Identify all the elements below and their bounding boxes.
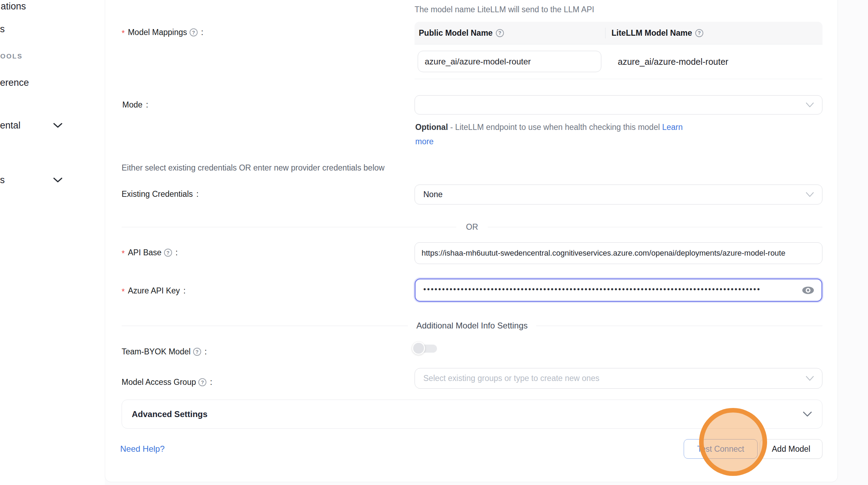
sidebar-section-tools: TOOLS <box>0 53 23 60</box>
azure-api-key-input[interactable]: ••••••••••••••••••••••••••••••••••••••••… <box>415 278 822 302</box>
column-divider <box>605 28 606 39</box>
help-icon[interactable]: ? <box>695 29 703 37</box>
divider-line <box>488 227 822 227</box>
model-mappings-label-row: * Model Mappings ? : <box>122 28 203 37</box>
sidebar-item-truncated-3[interactable]: erence <box>0 77 29 88</box>
help-icon[interactable]: ? <box>190 28 198 36</box>
model-mappings-table: Public Model Name ? LiteLLM Model Name ?… <box>415 22 822 79</box>
model-access-group-placeholder: Select existing groups or type to create… <box>423 374 599 383</box>
label-colon: : <box>183 286 185 296</box>
column-header-public-model-name: Public Model Name ? <box>415 28 605 38</box>
litellm-model-name-hint: The model name LiteLLM will send to the … <box>415 5 594 14</box>
label-colon: : <box>201 28 203 37</box>
required-asterisk: * <box>122 249 125 258</box>
existing-credentials-label: Existing Credentials <box>122 189 193 199</box>
sidebar-item-truncated-4[interactable]: ental <box>0 120 21 131</box>
learn-more-word: more <box>415 137 433 146</box>
add-model-button[interactable]: Add Model <box>760 439 822 459</box>
public-model-name-input[interactable]: azure_ai/azure-model-router <box>418 51 601 72</box>
help-icon[interactable]: ? <box>164 249 172 257</box>
chevron-down-icon <box>805 191 815 198</box>
column-header-label: LiteLLM Model Name <box>611 28 692 38</box>
mode-label-row: Mode : <box>122 100 148 110</box>
divider-line <box>122 326 408 326</box>
model-access-group-label-row: Model Access Group ? : <box>122 377 212 387</box>
add-model-page: ations s TOOLS erence ental s The model … <box>0 0 868 485</box>
divider-line <box>122 227 456 227</box>
required-asterisk: * <box>122 287 125 297</box>
team-byok-label-row: Team-BYOK Model ? : <box>122 347 207 356</box>
chevron-down-icon <box>53 123 62 128</box>
or-divider-text: OR <box>456 222 488 232</box>
chevron-down-icon <box>805 375 815 382</box>
litellm-model-name-value: azure_ai/azure-model-router <box>611 44 728 79</box>
click-highlight-ring <box>699 408 767 476</box>
chevron-down-icon <box>805 102 815 109</box>
mode-hint-text: - LiteLLM endpoint to use when health ch… <box>450 123 660 132</box>
learn-more-word: Learn <box>662 123 683 132</box>
chevron-down-icon <box>802 411 812 417</box>
api-base-label-row: * API Base ? : <box>122 248 178 257</box>
advanced-settings-label: Advanced Settings <box>132 409 802 419</box>
sidebar-item-label: ental <box>0 120 21 131</box>
mode-hint: Optional - LiteLLM endpoint to use when … <box>415 120 717 149</box>
additional-settings-divider: Additional Model Info Settings <box>122 321 822 331</box>
label-colon: : <box>196 189 198 199</box>
column-header-label: Public Model Name <box>419 28 493 38</box>
existing-credentials-value: None <box>423 190 443 199</box>
model-mapping-row: azure_ai/azure-model-router azure_ai/azu… <box>415 44 822 79</box>
existing-credentials-label-row: Existing Credentials : <box>122 189 199 199</box>
label-colon: : <box>210 377 212 387</box>
sidebar-item-label: erence <box>0 77 29 88</box>
team-byok-label: Team-BYOK Model <box>122 347 191 356</box>
model-access-group-select[interactable]: Select existing groups or type to create… <box>415 368 822 389</box>
eye-icon[interactable] <box>802 285 814 295</box>
masked-password-value: ••••••••••••••••••••••••••••••••••••••••… <box>423 285 788 294</box>
additional-settings-divider-text: Additional Model Info Settings <box>408 321 536 331</box>
azure-api-key-label-row: * Azure API Key : <box>122 286 186 296</box>
mode-label: Mode <box>122 100 143 110</box>
model-mappings-table-header: Public Model Name ? LiteLLM Model Name ? <box>415 22 822 44</box>
sidebar-item-truncated-5[interactable]: s <box>0 175 5 186</box>
need-help-link[interactable]: Need Help? <box>120 444 165 454</box>
toggle-handle <box>412 342 425 355</box>
api-base-label: API Base <box>128 248 162 257</box>
sidebar: ations s TOOLS erence ental s <box>0 0 105 485</box>
credentials-note: Either select existing credentials OR en… <box>122 163 384 173</box>
model-access-group-label: Model Access Group <box>122 377 196 387</box>
model-mappings-label: Model Mappings <box>128 28 187 37</box>
sidebar-item-label: s <box>0 175 5 185</box>
help-icon[interactable]: ? <box>193 348 201 356</box>
azure-api-key-label: Azure API Key <box>128 286 180 296</box>
team-byok-toggle[interactable] <box>412 342 438 355</box>
label-colon: : <box>146 100 148 110</box>
help-icon[interactable]: ? <box>496 29 504 37</box>
required-asterisk: * <box>122 29 125 38</box>
api-base-input[interactable]: https://ishaa-mh6uutut-swedencentral.cog… <box>415 242 822 264</box>
or-divider: OR <box>122 222 822 232</box>
existing-credentials-select[interactable]: None <box>415 185 822 205</box>
help-icon[interactable]: ? <box>198 378 206 386</box>
column-header-litellm-model-name: LiteLLM Model Name ? <box>605 28 703 38</box>
divider-line <box>536 326 822 326</box>
sidebar-item-truncated-1[interactable]: ations <box>1 1 26 12</box>
mode-select[interactable] <box>415 95 822 115</box>
sidebar-item-label: ations <box>1 1 26 12</box>
mode-hint-lead: Optional <box>415 123 448 132</box>
sidebar-item-label: s <box>0 24 5 34</box>
sidebar-item-truncated-2[interactable]: s <box>0 24 5 35</box>
label-colon: : <box>205 347 207 356</box>
chevron-down-icon <box>53 177 62 183</box>
label-colon: : <box>176 248 178 257</box>
